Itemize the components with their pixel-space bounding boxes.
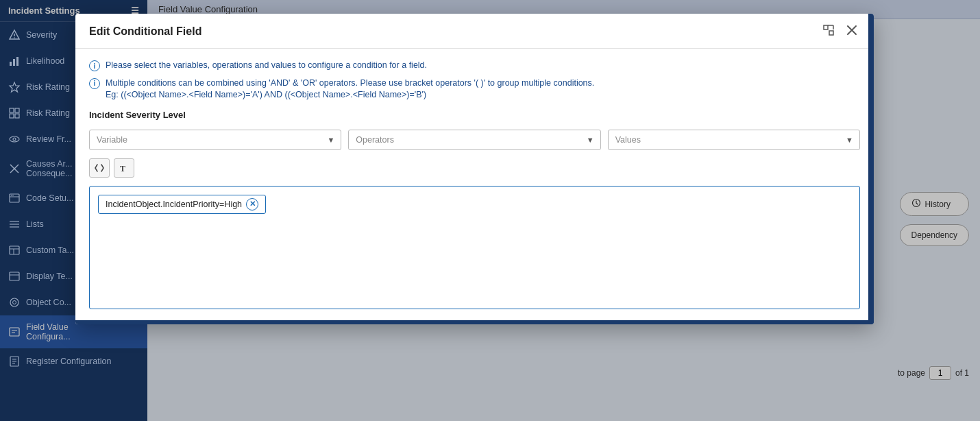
svg-rect-38 xyxy=(829,31,833,35)
variable-select[interactable]: Variable xyxy=(89,130,341,150)
field-label: Incident Severity Level xyxy=(89,110,860,120)
values-select-wrapper: Values ▼ xyxy=(608,130,860,150)
condition-tag: IncidentObject.IncidentPriority=High ✕ xyxy=(98,195,266,214)
variable-select-wrapper: Variable ▼ xyxy=(89,130,341,150)
operators-select-wrapper: Operators ▼ xyxy=(348,130,600,150)
info-row-2: i Multiple conditions can be combined us… xyxy=(89,77,860,101)
svg-rect-37 xyxy=(824,25,828,29)
info-icon-2: i xyxy=(89,78,100,89)
condition-value: IncidentObject.IncidentPriority=High xyxy=(106,200,242,209)
controls-row: Variable ▼ Operators ▼ Values ▼ xyxy=(89,130,860,150)
values-select[interactable]: Values xyxy=(608,130,860,150)
svg-text:T: T xyxy=(120,164,125,173)
edit-conditional-field-modal: Edit Conditional Field i Ple xyxy=(75,14,874,324)
info-text-2: Multiple conditions can be combined usin… xyxy=(106,78,594,88)
modal-expand-button[interactable] xyxy=(820,23,837,40)
condition-remove-button[interactable]: ✕ xyxy=(246,198,258,210)
info-icon-1: i xyxy=(89,60,100,71)
bracket-button[interactable] xyxy=(89,158,110,178)
modal-close-button[interactable] xyxy=(844,23,860,40)
modal-body: i Please select the variables, operation… xyxy=(75,49,874,320)
modal-bottom-bar xyxy=(75,320,874,324)
condition-area: IncidentObject.IncidentPriority=High ✕ xyxy=(89,186,860,309)
info-row-1: i Please select the variables, operation… xyxy=(89,60,860,72)
info-text-example: Eg: ((<Object Name>.<Field Name>)='A') A… xyxy=(106,89,594,101)
action-icons-row: T xyxy=(89,158,860,178)
operators-select[interactable]: Operators xyxy=(348,130,600,150)
info-text-2-block: Multiple conditions can be combined usin… xyxy=(106,77,594,101)
info-text-1: Please select the variables, operations … xyxy=(106,60,427,72)
modal-title: Edit Conditional Field xyxy=(89,25,201,38)
text-button[interactable]: T xyxy=(114,158,134,178)
modal-header: Edit Conditional Field xyxy=(75,14,874,49)
modal-scrollbar xyxy=(868,14,874,324)
modal-header-icons xyxy=(820,23,860,40)
